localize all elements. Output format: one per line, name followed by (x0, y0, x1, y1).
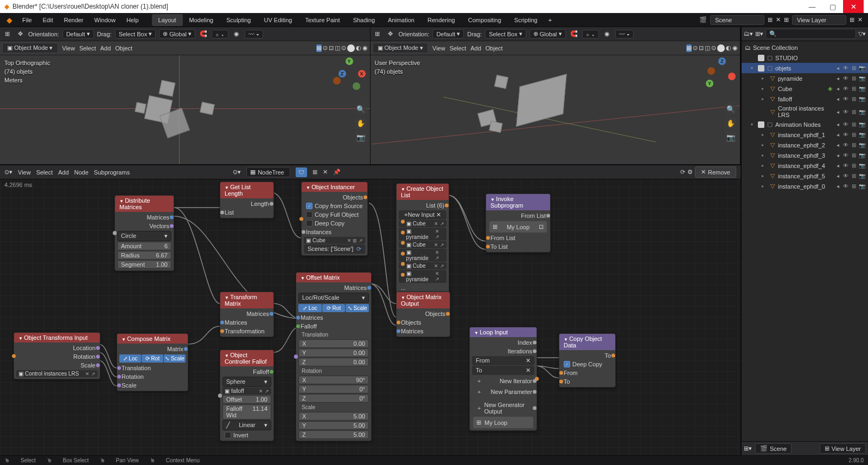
select-visible-icon[interactable]: ▦ (686, 44, 692, 52)
subprograms-menu[interactable]: Subprograms (94, 169, 130, 176)
unlink-icon[interactable]: ✕ (323, 169, 328, 176)
segment-field[interactable]: Segment1.00 (117, 260, 171, 269)
radius-field[interactable]: Radius6.67 (117, 251, 171, 260)
nav-gizmo[interactable]: Z Y (703, 57, 736, 90)
tab-layout[interactable]: Layout (152, 14, 183, 26)
offset-field[interactable]: Offset1.00 (222, 395, 271, 404)
node-transform-matrix[interactable]: Transform Matrix Matrices Matrices Trans… (220, 292, 274, 337)
scale-toggle[interactable]: ⤡ Scale (164, 354, 186, 363)
tab-rendering[interactable]: Rendering (421, 14, 462, 26)
proportional-icon[interactable]: ◉ (232, 29, 241, 39)
mode-dropdown[interactable]: ▣ Object Mode ▾ (373, 43, 429, 53)
outliner-row[interactable]: ▸▽instance_ephdf_4◂👁⊞📷 (742, 160, 868, 171)
rot-y-field[interactable]: Y0° (298, 385, 369, 393)
snap-icon[interactable]: 🧲 (569, 29, 579, 39)
zoom-icon[interactable]: 🔍 (355, 103, 367, 115)
layer-close-icon[interactable]: ✕ (858, 16, 863, 23)
tree-type-icon[interactable]: ⊙▾ (233, 169, 241, 176)
camera-icon[interactable]: 📷 (355, 131, 367, 143)
pan-icon[interactable]: ✋ (355, 117, 367, 129)
outliner-tree[interactable]: 🗂 Scene Collection ▢STUDIO▾▢objets◂👁⊞📷▸▽… (742, 41, 868, 441)
proportional-icon[interactable]: ◉ (602, 29, 612, 39)
new-input-button[interactable]: + New Input ✕ (399, 210, 446, 219)
list-item[interactable]: ▣ Cube✕ ↗ (399, 262, 446, 269)
node-copy-object-data[interactable]: Copy Object Data To ✓Deep Copy From To (559, 333, 616, 388)
tab-animation[interactable]: Animation (381, 14, 421, 26)
list-item[interactable]: ▣ Cube✕ ↗ (399, 241, 446, 248)
editor-type-icon[interactable]: ⊞ (2, 29, 12, 39)
tab-uv-editing[interactable]: UV Editing (257, 14, 298, 26)
outliner-row[interactable]: ▸▽pyramide◂👁⊞📷 (742, 73, 868, 83)
outliner-row[interactable]: ▸▽instance_ephdf_2◂👁⊞📷 (742, 140, 868, 150)
list-item[interactable]: ▣ pyramide✕ ↗ (399, 249, 446, 262)
rot-z-field[interactable]: Z0° (298, 394, 369, 403)
prop-dropdown[interactable]: 〰 ▾ (245, 30, 263, 38)
close-button[interactable]: ✕ (843, 0, 864, 13)
nav-gizmo[interactable]: Y X Z (333, 57, 366, 90)
shading-render-icon[interactable]: ◉ (732, 44, 738, 52)
scene-field[interactable]: 🎬 Scene (755, 443, 792, 454)
gizmo-icon[interactable]: ⊙ (693, 44, 698, 52)
minimize-button[interactable]: — (802, 0, 822, 13)
outliner-row[interactable]: ▸▽instance_ephdf_5◂👁⊞📷 (742, 171, 868, 181)
view-menu[interactable]: View (62, 45, 75, 51)
transform-dropdown[interactable]: ⊕ Global ▾ (529, 29, 566, 38)
add-workspace-button[interactable]: + (544, 14, 556, 26)
select-visible-icon[interactable]: ▦ (316, 44, 322, 52)
node-object-controller-falloff[interactable]: Object Controller Fallof Falloff Sphere▾… (220, 350, 274, 441)
search-input[interactable]: 🔍 (765, 29, 856, 39)
select-menu[interactable]: Select (36, 169, 53, 176)
orientation-dropdown[interactable]: Default ▾ (62, 29, 94, 38)
maximize-button[interactable]: ▢ (822, 0, 843, 13)
object-field[interactable]: ▣ Control instances LRS✕ ↗ (16, 370, 98, 377)
editor-type-icon[interactable]: ⊞ (373, 29, 382, 39)
drag-dropdown[interactable]: Select Box ▾ (485, 29, 526, 38)
trans-z-field[interactable]: Z0.00 (298, 358, 369, 366)
outliner-row[interactable]: ▽Control instances LRS◂👁⊞📷 (742, 104, 868, 119)
trans-y-field[interactable]: Y0.00 (298, 348, 369, 357)
tab-modeling[interactable]: Modeling (183, 14, 220, 26)
gizmo-icon[interactable]: ⊙ (323, 44, 328, 52)
object-menu[interactable]: Object (115, 45, 132, 51)
select-menu[interactable]: Select (79, 45, 96, 51)
loop-name-field[interactable]: ⊞My Loop (473, 417, 533, 428)
snap-icon[interactable]: 🧲 (199, 29, 208, 39)
props-icon[interactable]: ⊞▾ (744, 445, 752, 452)
node-menu[interactable]: Node (74, 169, 88, 176)
layer-browse-icon[interactable]: ⊞ (850, 16, 854, 23)
node-distribute-matrices[interactable]: Distribute Matrices Matrices Vectors Cir… (114, 195, 174, 271)
object-field[interactable]: ▣ Cube✕ ⊞ ↗ (304, 237, 365, 244)
pin-icon[interactable]: 📌 (333, 169, 341, 176)
node-object-matrix-output[interactable]: Object Matrix Output Objects Objects Mat… (396, 292, 450, 337)
shading-wire-icon[interactable]: ⊙ (341, 44, 346, 52)
list-item[interactable]: ▣ pyramide✕ ↗ (399, 270, 446, 283)
tab-texture-paint[interactable]: Texture Paint (298, 14, 346, 26)
deep-copy-checkbox[interactable]: ✓ (564, 361, 570, 367)
cursor-icon[interactable]: ✥ (386, 29, 395, 39)
mode-dropdown[interactable]: ▣ Object Mode ▾ (2, 43, 58, 53)
scale-z-field[interactable]: Z5.00 (298, 430, 369, 439)
browse-icon[interactable]: ⊞ (312, 169, 317, 176)
settings-icon[interactable]: ⚙ (687, 169, 693, 176)
xray-icon[interactable]: ◫ (705, 44, 710, 52)
outliner-row[interactable]: ▸▽Cube◈◂👁⊞📷 (742, 83, 868, 94)
outliner-row[interactable]: ▸▽instance_ephdf_1◂👁⊞📷 (742, 130, 868, 140)
node-compose-matrix[interactable]: Compose Matrix Matrix ⤢ Loc ⟳ Rot ⤡ Scal… (117, 333, 188, 391)
shield-icon[interactable]: 🛡 (296, 167, 307, 177)
scale-toggle[interactable]: ⤡ Scale (346, 304, 369, 312)
editor-type-icon[interactable]: ⊙▾ (4, 169, 12, 176)
menu-file[interactable]: File (17, 15, 37, 25)
view-menu[interactable]: View (432, 45, 445, 51)
collection-row[interactable]: 🗂 Scene Collection (742, 42, 868, 53)
copy-full-checkbox[interactable] (306, 211, 312, 218)
shading-render-icon[interactable]: ◉ (362, 44, 368, 52)
subprogram-field[interactable]: ⊞My Loop⊡ (489, 221, 547, 232)
prop-dropdown[interactable]: 〰 ▾ (615, 30, 634, 38)
snap-dropdown[interactable]: ⬦ ▾ (582, 30, 599, 38)
rot-toggle[interactable]: ⟳ Rot (142, 354, 163, 363)
overlay-icon[interactable]: ⊡ (699, 44, 704, 52)
add-menu[interactable]: Add (100, 45, 111, 51)
snap-dropdown[interactable]: ⬦ ▾ (212, 30, 228, 38)
add-menu[interactable]: Add (470, 45, 481, 51)
node-object-instancer[interactable]: Object Instancer Objects ✓Copy from Sour… (301, 182, 368, 256)
